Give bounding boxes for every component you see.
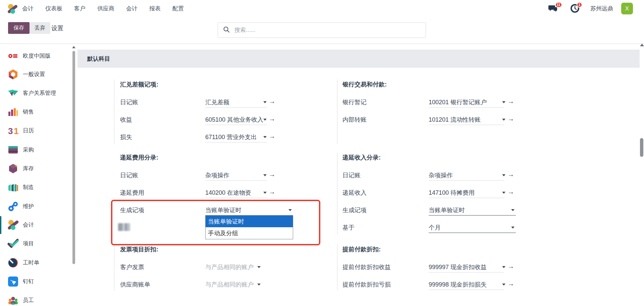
sidebar-item-label: 制造 — [23, 182, 34, 193]
sidebar-item-purchase[interactable]: 采购 — [0, 141, 71, 158]
field-underline — [205, 107, 267, 108]
window-scrollbar-thumb[interactable] — [640, 138, 643, 157]
form-row: 提前付款折扣收益999997 现金折扣收益→ — [337, 263, 525, 273]
window-scrollbar-up-arrow[interactable] — [640, 44, 644, 46]
save-button[interactable]: 保存 — [8, 22, 30, 34]
internal-link-arrow-icon[interactable]: → — [269, 188, 275, 196]
sidebar-item-dingtalk[interactable]: 钉钉 — [0, 273, 71, 290]
dropdown-caret-icon[interactable] — [263, 119, 267, 121]
internal-link-arrow-icon[interactable]: → — [269, 115, 275, 123]
employees-icon — [7, 295, 19, 306]
sidebar-item-label: 项目 — [23, 238, 34, 249]
dropdown-caret-icon[interactable] — [502, 284, 505, 286]
field-value[interactable]: 与产品相同的账户 — [205, 263, 254, 271]
form-row: 供应商账单与产品相同的账户 — [114, 281, 302, 291]
internal-link-arrow-icon[interactable]: → — [507, 280, 514, 288]
dropdown-caret-icon[interactable] — [511, 209, 515, 211]
inventory-icon — [7, 163, 19, 174]
sidebar-item-manufacturing[interactable]: 制造 — [0, 179, 71, 196]
internal-link-arrow-icon[interactable]: → — [507, 262, 514, 270]
dropdown-caret-icon[interactable] — [257, 266, 261, 268]
field-value[interactable]: 999998 现金折扣损失 — [429, 281, 487, 289]
internal-link-arrow-icon[interactable]: → — [507, 171, 514, 178]
dropdown-caret-icon[interactable] — [263, 174, 267, 176]
internal-link-arrow-icon[interactable]: → — [507, 115, 514, 123]
sidebar-scrollbar-thumb[interactable] — [72, 51, 75, 264]
dropdown-caret-icon[interactable] — [511, 227, 515, 229]
user-avatar[interactable]: X — [621, 3, 633, 14]
internal-link-arrow-icon[interactable]: → — [269, 98, 275, 105]
field-value[interactable]: 671100 营业外支出 — [205, 133, 257, 141]
internal-link-arrow-icon[interactable]: → — [269, 132, 275, 140]
maintenance-icon — [7, 201, 19, 212]
sidebar-item-employees[interactable]: 员工 — [0, 292, 71, 306]
sidebar-item-label: 钉钉 — [23, 276, 34, 287]
dropdown-caret-icon[interactable] — [502, 174, 505, 176]
dropdown-caret-icon[interactable] — [502, 119, 505, 121]
group-heading: 汇兑差额记项: — [120, 80, 158, 88]
field-value[interactable]: 147100 待摊费用 — [429, 189, 475, 197]
dropdown-option[interactable]: 手动及分组 — [206, 227, 293, 239]
dropdown-caret-icon[interactable] — [263, 192, 267, 194]
company-name[interactable]: 苏州远鼎 — [590, 0, 613, 17]
dropdown-option[interactable]: 当账单验证时 — [206, 216, 293, 227]
censored-label — [118, 223, 130, 231]
sidebar-item-project[interactable]: 项目 — [0, 235, 71, 252]
field-value[interactable]: 999997 现金折扣收益 — [429, 263, 487, 271]
field-value[interactable]: 140200 在途物资 — [205, 189, 251, 197]
sidebar-item-timesheet[interactable]: 工时单 — [0, 254, 71, 271]
field-value[interactable]: 汇兑差额 — [205, 98, 229, 106]
dropdown-caret-icon[interactable] — [257, 284, 261, 286]
field-label: 收益 — [120, 116, 132, 124]
internal-link-arrow-icon[interactable]: → — [507, 188, 514, 196]
dropdown-caret-icon[interactable] — [502, 192, 505, 194]
dropdown-caret-icon[interactable] — [502, 101, 505, 103]
discard-button[interactable]: 丢弃 — [30, 22, 50, 34]
field-value[interactable]: 605100 其他业务收入 — [205, 116, 263, 124]
form-row: 日记账杂项操作→ — [337, 171, 525, 181]
dropdown-caret-icon[interactable] — [288, 209, 292, 211]
field-value[interactable]: 个月 — [429, 224, 441, 232]
sidebar-item-general-settings[interactable]: 一般设置 — [0, 66, 71, 83]
form-row: 递延费用140200 在途物资→ — [114, 189, 302, 199]
group-heading: 提前付款折扣: — [342, 245, 381, 253]
odoo-accounting-logo-icon[interactable] — [7, 4, 18, 14]
field-underline — [205, 198, 267, 198]
sidebar-item-sales[interactable]: 销售 — [0, 104, 71, 120]
sidebar-item-oudu-logo[interactable]: 欧度中国版 — [0, 48, 71, 64]
sidebar-item-crm[interactable]: 客户关系管理 — [0, 85, 71, 102]
sidebar-item-label: 欧度中国版 — [23, 50, 51, 62]
internal-link-arrow-icon[interactable]: → — [269, 171, 275, 178]
top-navbar: 会计 仪表板 客户 供应商 会计 报表 配置 11 1 苏州远鼎 X — [0, 0, 644, 17]
nav-item-vendors[interactable]: 供应商 — [97, 5, 114, 12]
internal-link-arrow-icon[interactable]: → — [507, 98, 514, 105]
nav-app-title[interactable]: 会计 — [22, 5, 34, 12]
form-row: 生成记项当账单验证时 — [114, 206, 302, 216]
dropdown-caret-icon[interactable] — [263, 101, 267, 103]
field-value[interactable]: 杂项操作 — [429, 171, 453, 179]
field-underline — [205, 142, 267, 142]
sidebar-item-inventory[interactable]: 库存 — [0, 160, 71, 177]
sales-icon — [7, 106, 19, 118]
sidebar-item-accounting[interactable]: 会计 — [0, 217, 71, 233]
dropdown-caret-icon[interactable] — [502, 266, 505, 268]
sidebar-scrollbar-up-arrow[interactable] — [72, 46, 75, 48]
sidebar-item-calendar[interactable]: 31日历 — [0, 122, 71, 139]
field-underline — [429, 180, 504, 181]
nav-item-customers[interactable]: 客户 — [74, 5, 86, 12]
field-value[interactable]: 当账单验证时 — [429, 206, 465, 214]
dropdown-caret-icon[interactable] — [263, 136, 267, 138]
field-value[interactable]: 100201 银行暂记账户 — [429, 98, 487, 106]
nav-item-dashboard[interactable]: 仪表板 — [45, 5, 62, 12]
sidebar-item-maintenance[interactable]: 维护 — [0, 198, 71, 215]
field-value[interactable]: 当账单验证时 — [205, 206, 241, 214]
active-app-indicator — [0, 216, 1, 234]
field-label: 递延费用 — [120, 189, 144, 197]
field-value[interactable]: 101201 流动性转账 — [429, 116, 481, 124]
field-label: 基于 — [342, 224, 355, 232]
field-value[interactable]: 与产品相同的账户 — [205, 281, 254, 289]
form-row: 客户发票与产品相同的账户 — [114, 263, 302, 273]
form-row: 生成记项当账单验证时 — [337, 206, 525, 216]
field-value[interactable]: 杂项操作 — [205, 171, 229, 179]
field-underline — [429, 233, 516, 233]
